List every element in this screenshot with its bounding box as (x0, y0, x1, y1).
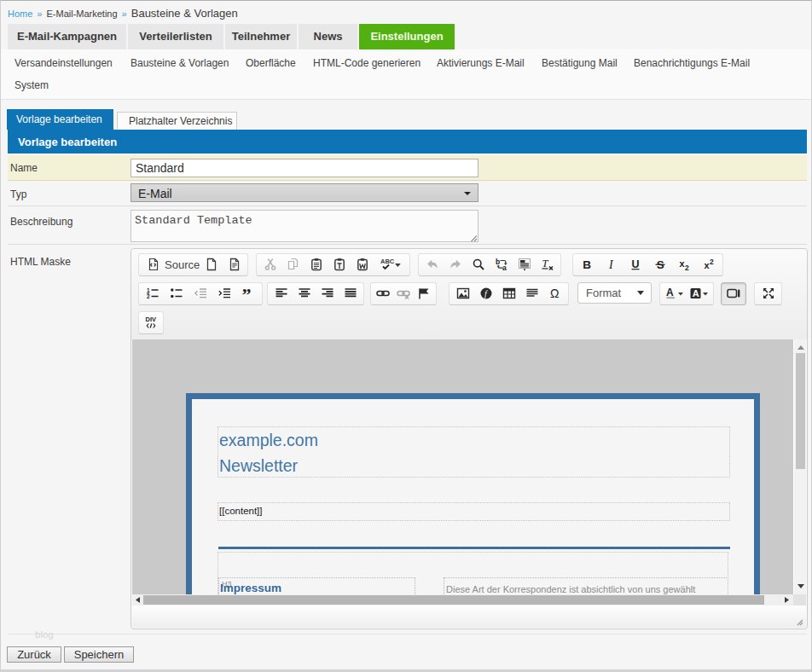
svg-text:T: T (542, 258, 548, 269)
svg-text:b: b (496, 258, 500, 266)
svg-text:1: 1 (147, 287, 150, 293)
svg-text:B: B (583, 258, 591, 271)
svg-text:I: I (608, 258, 614, 271)
svg-text:DIV: DIV (146, 316, 157, 323)
svg-text:Ω: Ω (550, 287, 559, 300)
svg-text:A: A (666, 287, 674, 298)
svg-text:2: 2 (147, 293, 150, 299)
svg-text:A: A (692, 288, 699, 298)
svg-text:2: 2 (685, 264, 689, 272)
svg-text:ABC: ABC (380, 258, 395, 265)
svg-text:U: U (632, 258, 640, 270)
svg-text:2: 2 (710, 258, 714, 266)
svg-text:”: ” (242, 287, 252, 300)
